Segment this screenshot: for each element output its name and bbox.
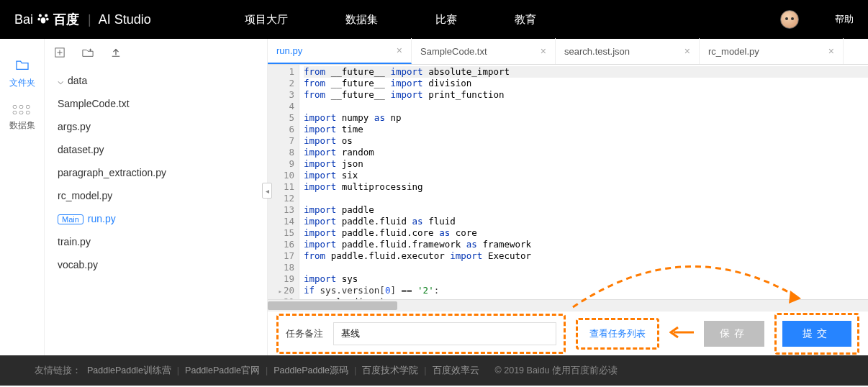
- tab-sample[interactable]: SampleCode.txt×: [412, 38, 556, 64]
- top-nav: Bai 百度 | AI Studio 项目大厅 数据集 比赛 教育 帮助: [0, 0, 868, 39]
- svg-point-3: [46, 17, 49, 20]
- svg-point-0: [39, 14, 42, 17]
- close-icon[interactable]: ×: [684, 45, 690, 57]
- close-icon[interactable]: ×: [397, 45, 402, 56]
- file-item[interactable]: rc_model.py: [45, 184, 267, 207]
- avatar[interactable]: [780, 10, 799, 29]
- file-item[interactable]: args.py: [45, 115, 267, 138]
- new-folder-icon[interactable]: [82, 47, 94, 60]
- grid-icon: ○○○○○○: [0, 104, 44, 115]
- save-button[interactable]: 保存: [704, 321, 764, 347]
- nav-right: 帮助: [780, 10, 854, 29]
- file-item[interactable]: dataset.py: [45, 138, 267, 161]
- file-toolbar: [45, 39, 267, 68]
- code-editor[interactable]: 123456789101112131415161718192021222324 …: [268, 65, 868, 299]
- footer-link[interactable]: PaddlePaddle训练营: [87, 365, 171, 377]
- tabs: run.py× SampleCode.txt× search.test.json…: [268, 39, 868, 65]
- file-item[interactable]: SampleCode.txt: [45, 92, 267, 115]
- footer-link[interactable]: 百度技术学院: [362, 365, 418, 377]
- logo-divider: |: [88, 12, 91, 27]
- nav-lobby[interactable]: 项目大厅: [245, 13, 288, 27]
- footer: 友情链接： PaddlePaddle训练营| PaddlePaddle官网| P…: [0, 355, 868, 386]
- view-tasks-group: 查看任务列表: [576, 318, 659, 350]
- svg-point-1: [45, 14, 48, 17]
- code-body[interactable]: from __future__ import absolute_importfr…: [299, 65, 868, 299]
- close-icon[interactable]: ×: [541, 45, 546, 57]
- footer-link[interactable]: 百度效率云: [433, 365, 479, 377]
- submit-group: 提交: [774, 313, 859, 355]
- chevron-down-icon: ⌵: [58, 75, 63, 86]
- folder-icon: [0, 59, 44, 74]
- collapse-handle[interactable]: ◂: [262, 183, 272, 199]
- close-icon[interactable]: ×: [828, 45, 834, 57]
- tab-search[interactable]: search.test.json×: [556, 38, 700, 64]
- rail-files-label: 文件夹: [0, 77, 44, 89]
- file-run-py[interactable]: Mainrun.py: [45, 207, 267, 230]
- nav-items: 项目大厅 数据集 比赛 教育: [245, 13, 536, 27]
- view-tasks-link[interactable]: 查看任务列表: [589, 328, 646, 339]
- baidu-cn: 百度: [53, 11, 79, 28]
- rail-dataset-label: 数据集: [0, 119, 44, 132]
- main-chip: Main: [58, 214, 83, 224]
- line-gutter: 123456789101112131415161718192021222324: [268, 65, 299, 299]
- main: 文件夹 ○○○○○○ 数据集 ⌵data SampleCode.txt args…: [0, 39, 868, 355]
- paw-icon: [36, 11, 50, 29]
- tab-rcmodel[interactable]: rc_model.py×: [700, 38, 844, 64]
- tab-run-py[interactable]: run.py×: [268, 38, 412, 64]
- file-list: ⌵data SampleCode.txt args.py dataset.py …: [45, 68, 267, 278]
- submit-button[interactable]: 提交: [782, 321, 851, 347]
- remark-input[interactable]: [333, 322, 556, 345]
- file-panel: ⌵data SampleCode.txt args.py dataset.py …: [45, 39, 268, 355]
- file-item[interactable]: vocab.py: [45, 253, 267, 276]
- nav-edu[interactable]: 教育: [515, 13, 536, 27]
- arrow-left-icon: [669, 326, 694, 341]
- footer-link[interactable]: PaddlePaddle官网: [185, 365, 260, 377]
- upload-icon[interactable]: [111, 47, 121, 60]
- studio-text: AI Studio: [99, 12, 151, 27]
- h-scrollbar[interactable]: [268, 299, 868, 311]
- left-rail: 文件夹 ○○○○○○ 数据集: [0, 39, 45, 355]
- file-item[interactable]: train.py: [45, 230, 267, 253]
- footer-prefix: 友情链接：: [35, 365, 81, 377]
- folder-data[interactable]: ⌵data: [45, 69, 267, 92]
- rail-dataset[interactable]: ○○○○○○ 数据集: [0, 96, 44, 139]
- help-link[interactable]: 帮助: [835, 13, 854, 26]
- editor-area: ◂ run.py× SampleCode.txt× search.test.js…: [268, 39, 868, 355]
- svg-point-2: [37, 17, 40, 20]
- baidu-text: Bai: [14, 12, 33, 27]
- svg-point-4: [41, 17, 46, 23]
- file-item[interactable]: paragraph_extraction.py: [45, 161, 267, 184]
- footer-link[interactable]: PaddlePaddle源码: [273, 365, 348, 377]
- nav-dataset[interactable]: 数据集: [345, 13, 378, 27]
- add-file-icon[interactable]: [55, 47, 65, 60]
- rail-files[interactable]: 文件夹: [0, 52, 44, 96]
- remark-label: 任务备注: [286, 327, 323, 340]
- nav-contest[interactable]: 比赛: [435, 13, 457, 27]
- remark-group: 任务备注: [276, 314, 566, 354]
- scrollbar-thumb[interactable]: [268, 301, 397, 310]
- footer-copy: © 2019 Baidu 使用百度前必读: [495, 365, 618, 377]
- logo[interactable]: Bai 百度 | AI Studio: [14, 11, 151, 29]
- bottom-bar: 任务备注 查看任务列表 保存 提交: [268, 311, 868, 355]
